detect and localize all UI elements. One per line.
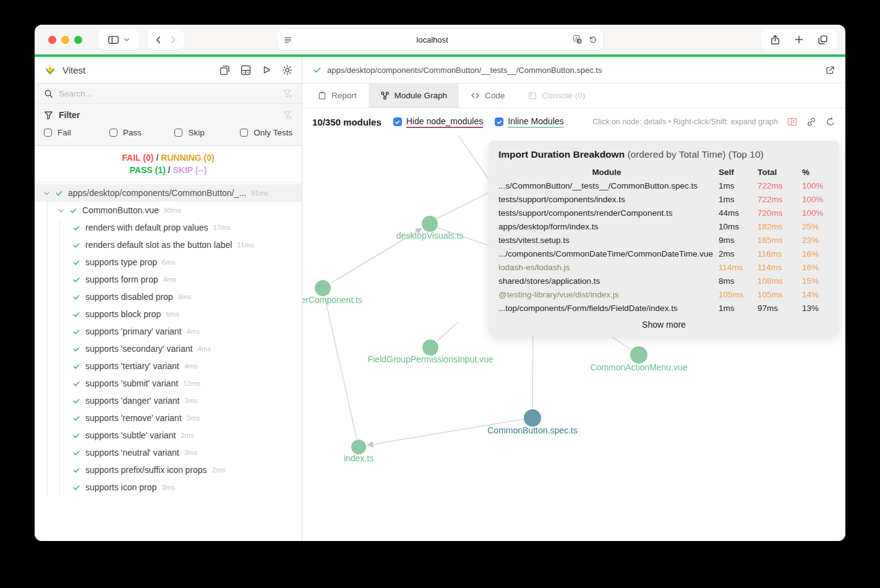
tab-code[interactable]: Code <box>459 83 516 108</box>
hide-node-modules-toggle[interactable]: Hide node_modules <box>393 116 484 128</box>
clear-filter-icon[interactable] <box>283 111 293 120</box>
sidebar-toggle-icon[interactable] <box>108 35 119 45</box>
check-icon <box>72 362 80 370</box>
reader-icon[interactable] <box>283 35 293 45</box>
filter-checkbox-fail[interactable]: Fail <box>44 128 109 137</box>
breakdown-table-icon[interactable] <box>787 117 797 127</box>
test-row[interactable]: supports form prop4ms <box>35 271 302 288</box>
graph-node-label[interactable]: renderComponent.ts <box>302 295 362 305</box>
reload-icon[interactable] <box>589 35 597 44</box>
tree-guide <box>59 219 60 497</box>
tab-overview-icon[interactable] <box>818 35 828 45</box>
breakdown-row[interactable]: lodash-es/lodash.js114ms114ms16% <box>498 261 829 275</box>
graph-node-commonbutton-spec-ts[interactable] <box>524 409 541 427</box>
graph-node-label[interactable]: FieldGroupPermissionsInput.vue <box>367 354 493 364</box>
run-all-icon[interactable] <box>262 65 271 75</box>
reset-graph-icon[interactable] <box>826 117 835 127</box>
test-row[interactable]: supports 'neutral' variant3ms <box>35 444 302 461</box>
test-row[interactable]: renders with default prop values17ms <box>35 219 302 236</box>
tab-console-0[interactable]: Console (0) <box>516 83 597 108</box>
checkbox-icon[interactable] <box>44 129 52 137</box>
browser-toolbar: localhost Aa <box>35 25 845 54</box>
graph-node-commonactionmenu-vue[interactable] <box>630 346 647 364</box>
test-row[interactable]: supports 'subtle' variant2ms <box>35 427 302 444</box>
test-file-root-row[interactable]: apps/desktop/components/CommonButton/_..… <box>35 184 302 202</box>
test-row[interactable]: supports prefix/suffix icon props2ms <box>35 461 302 479</box>
test-duration: 91ms <box>251 189 268 197</box>
breakdown-row[interactable]: shared/stores/application.ts8ms108ms15% <box>498 275 829 288</box>
check-icon <box>72 241 80 249</box>
url-text[interactable]: localhost <box>293 35 573 45</box>
filter-checkbox-only-tests[interactable]: Only Tests <box>240 128 293 137</box>
graph-node-label[interactable]: desktopVisuals.ts <box>396 231 464 241</box>
test-row[interactable]: supports 'primary' variant4ms <box>35 323 302 340</box>
checkbox-icon[interactable] <box>109 129 117 137</box>
breakdown-row[interactable]: tests/vitest.setup.ts9ms165ms23% <box>498 234 829 247</box>
graph-node-index-ts[interactable] <box>351 440 366 454</box>
test-row[interactable]: supports disabled prop6ms <box>35 288 302 305</box>
new-tab-icon[interactable] <box>794 35 804 45</box>
minimize-window-button[interactable] <box>61 36 69 44</box>
test-row[interactable]: renders default slot as the button label… <box>35 236 302 254</box>
graph-node-fieldgrouppermissionsinput-vue[interactable] <box>422 339 438 356</box>
test-row[interactable]: supports 'remove' variant3ms <box>35 409 302 427</box>
test-row[interactable]: supports 'tertiary' variant4ms <box>35 357 302 375</box>
filter-checkbox-pass[interactable]: Pass <box>109 128 175 137</box>
breakdown-row[interactable]: @testing-library/vue/dist/index.js105ms1… <box>498 288 829 302</box>
test-duration: 4ms <box>184 362 198 370</box>
test-row[interactable]: supports 'secondary' variant4ms <box>35 340 302 357</box>
check-icon <box>72 293 80 301</box>
test-row[interactable]: supports block prop6ms <box>35 305 302 323</box>
test-duration: 4ms <box>187 328 200 335</box>
graph-node-label[interactable]: index.ts <box>344 453 374 463</box>
address-bar[interactable]: localhost Aa <box>277 29 604 50</box>
share-icon[interactable] <box>770 35 780 45</box>
show-more-button[interactable]: Show more <box>498 320 829 330</box>
breakdown-row[interactable]: ...top/components/Form/fields/FieldDate/… <box>498 302 829 315</box>
graph-node-desktopvisuals-ts[interactable] <box>422 216 438 232</box>
graph-node-label[interactable]: CommonButton.spec.ts <box>487 425 578 435</box>
tab-report[interactable]: Report <box>306 83 369 108</box>
breakdown-row[interactable]: tests/support/components/index.ts1ms722m… <box>498 193 829 207</box>
clear-search-icon[interactable] <box>283 89 293 98</box>
chevron-down-icon[interactable] <box>58 207 64 214</box>
theme-toggle-icon[interactable] <box>282 65 293 75</box>
test-row[interactable]: supports type prop6ms <box>35 254 302 271</box>
breakdown-row[interactable]: apps/desktop/form/index.ts10ms182ms25% <box>498 220 829 234</box>
chevron-down-icon[interactable] <box>124 36 130 43</box>
zoom-window-button[interactable] <box>74 36 82 44</box>
breakdown-row[interactable]: ...s/CommonButton/__tests__/CommonButton… <box>498 179 829 193</box>
test-row[interactable]: supports 'submit' variant12ms <box>35 375 302 392</box>
search-input[interactable] <box>59 89 278 98</box>
graph-node-rendercomponent-ts[interactable] <box>315 280 331 296</box>
report-overlay-icon[interactable] <box>220 65 230 75</box>
checkbox-icon[interactable] <box>174 129 182 137</box>
chevron-down-icon[interactable] <box>43 190 50 197</box>
graph-node-label[interactable]: CommonActionMenu.vue <box>590 362 687 372</box>
nav-buttons <box>147 29 184 50</box>
breakdown-row[interactable]: .../components/CommonDateTime/CommonDate… <box>498 247 829 261</box>
chrome-right-buttons <box>761 29 837 50</box>
test-suite-row[interactable]: CommonButton.vue 90ms <box>35 202 302 219</box>
checked-checkbox-icon[interactable] <box>495 117 503 126</box>
breadcrumb-path: apps/desktop/components/CommonButton/__t… <box>327 66 602 75</box>
link-icon[interactable] <box>806 117 816 127</box>
traffic-lights <box>48 36 82 44</box>
checked-checkbox-icon[interactable] <box>393 117 402 126</box>
svg-text:A: A <box>575 36 578 41</box>
tab-module-graph[interactable]: Module Graph <box>369 83 459 108</box>
breakdown-row[interactable]: tests/support/components/renderComponent… <box>498 207 829 220</box>
test-row[interactable]: supports icon prop3ms <box>35 479 302 496</box>
forward-icon[interactable] <box>168 35 177 45</box>
open-external-icon[interactable] <box>826 66 835 75</box>
inline-modules-toggle[interactable]: Inline Modules <box>495 116 563 128</box>
translate-icon[interactable]: Aa <box>573 35 583 45</box>
back-icon[interactable] <box>154 35 163 45</box>
test-row[interactable]: supports 'danger' variant3ms <box>35 392 302 409</box>
modules-count: 10/350 modules <box>312 117 382 127</box>
filter-checkbox-skip[interactable]: Skip <box>174 128 240 137</box>
checkbox-icon[interactable] <box>240 129 248 137</box>
dashboard-icon[interactable] <box>241 65 251 75</box>
module-graph-area[interactable]: desktopVisuals.tsrenderComponent.tsField… <box>302 135 845 541</box>
close-window-button[interactable] <box>48 36 56 44</box>
